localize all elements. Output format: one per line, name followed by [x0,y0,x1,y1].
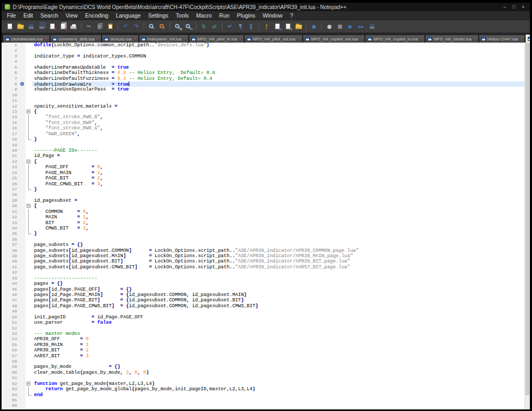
fold-margin[interactable] [26,126,32,131]
code-line-62[interactable]: 62function get_page_by_mode(master,L2,L3… [2,381,525,387]
fold-margin[interactable] [26,292,32,298]
code-line-48[interactable]: 48pages[id_Page.PAGE_CMWS_BIT] = {id_pag… [2,303,525,309]
code-line-31[interactable]: 31 COMMON = 0, [2,209,525,215]
bookmark-margin[interactable] [20,326,26,331]
bookmark-margin[interactable] [20,87,26,92]
fold-margin[interactable] [26,364,32,369]
tab-close-icon[interactable]: × [297,37,300,41]
bookmark-margin[interactable] [20,165,26,170]
scrollbar-thumb[interactable] [526,43,529,395]
code-line-5[interactable]: 5shaderLineParamsUpdatable = true [2,65,525,70]
fold-margin[interactable] [26,381,32,387]
bookmark-margin[interactable] [20,203,26,209]
code-line-50[interactable]: 50init_pageID = id_Page.PAGE_OFF [2,315,525,320]
paste-icon[interactable] [105,22,115,31]
fold-margin[interactable] [26,303,32,309]
bookmark-margin[interactable] [20,231,26,236]
code-line-19[interactable]: 19 [2,143,525,148]
save-icon[interactable] [26,22,36,31]
bookmark-margin[interactable] [20,148,26,153]
fold-margin[interactable] [26,176,32,181]
fold-margin[interactable] [26,93,32,98]
fold-margin[interactable] [26,259,32,264]
fold-margin[interactable] [26,159,32,165]
code-line-63[interactable]: 63 return get_page_by_mode_global(pages_… [2,387,525,392]
fold-margin[interactable] [26,237,32,242]
code-line-16[interactable]: 16 "font_stroke_RWR_G", [2,126,525,131]
tab-clickabledata.lua[interactable]: clickabledata.lua× [3,35,50,43]
bookmark-margin[interactable] [20,98,26,103]
tab-apr39-init.lua[interactable]: APR39_init.lua× [525,34,530,43]
bookmark-margin[interactable] [20,242,26,248]
tab-mfd-init-copilot-in.lua[interactable]: MFD_init_copilot_in.lua× [365,35,425,43]
bookmark-margin[interactable] [20,331,26,336]
code-line-45[interactable]: 45pages[id_Page.PAGE_OFF] = {} [2,287,525,292]
zoom-in-icon[interactable]: + [173,22,182,31]
code-line-55[interactable]: 55APR39_MAIN = 1 [2,342,525,348]
bookmark-margin[interactable] [20,54,26,59]
fold-margin[interactable] [26,192,32,198]
fold-margin[interactable] [26,281,32,286]
function-list-icon[interactable]: ƒ [262,22,271,31]
tab-close-icon[interactable]: × [44,37,47,41]
tab-close-icon[interactable]: × [520,37,523,41]
fold-margin[interactable] [26,143,32,148]
code-line-42[interactable]: 42 [2,270,525,275]
fold-collapse-icon[interactable] [27,160,30,163]
tab-command-defs.lua[interactable]: command_defs.lua× [50,35,102,43]
bookmark-margin[interactable] [20,220,26,226]
bookmark-margin[interactable] [20,209,26,215]
menu-plugins[interactable]: Plugins [233,12,259,19]
copy-icon[interactable] [95,22,104,31]
stop-macro-icon[interactable]: ■ [335,22,345,31]
new-file-icon[interactable] [5,22,14,31]
document-map-icon[interactable]: ≡ [272,22,282,31]
redo-icon[interactable]: ↷ [131,22,141,31]
vertical-scrollbar[interactable] [525,43,530,409]
bookmark-margin[interactable] [20,120,26,126]
code-line-29[interactable]: 29id_pagesubset = [2,198,525,203]
tab-close-icon[interactable]: × [239,37,242,41]
code-line-44[interactable]: 44pages = {} [2,281,525,286]
bookmark-margin[interactable] [20,170,26,176]
fold-margin[interactable] [26,48,32,53]
code-line-32[interactable]: 32 MAIN = 1, [2,215,525,220]
code-line-35[interactable]: 35} [2,231,525,236]
fold-margin[interactable] [26,170,32,176]
code-line-65[interactable]: 65 [2,398,525,403]
text-editor[interactable]: 1dofile(LockOn_Options.common_script_pat… [2,43,525,409]
menu-encoding[interactable]: Encoding [81,12,112,19]
bookmark-margin[interactable] [20,253,26,259]
menu-macro[interactable]: Macro [193,12,215,19]
bookmark-margin[interactable] [20,109,26,114]
zoom-out-icon[interactable]: − [184,22,193,31]
menu-file[interactable]: File [3,12,20,19]
code-line-22[interactable]: 22{ [2,159,525,165]
bookmark-margin[interactable] [20,198,26,203]
code-line-8[interactable]: 8shaderLineDrawAsWire = true [2,81,525,87]
bookmark-margin[interactable] [20,354,26,359]
tab-mfd-init-pilot-out.lua[interactable]: MFD_init_pilot_out.lua× [244,35,302,43]
fold-margin[interactable] [26,220,32,226]
open-file-icon[interactable] [15,22,25,31]
fold-margin[interactable] [26,359,32,364]
code-line-54[interactable]: 54APR39_OFF = 0 [2,336,525,342]
fold-margin[interactable] [26,215,32,220]
fold-margin[interactable] [26,81,32,87]
bookmark-margin[interactable] [20,315,26,320]
code-line-33[interactable]: 33 BIT = 2, [2,220,525,226]
bookmark-margin[interactable] [20,281,26,286]
code-line-46[interactable]: 46pages[id_Page.PAGE_MAIN] = {id_pagesub… [2,292,525,298]
code-line-47[interactable]: 47pages[id_Page.PAGE_BIT] = {id_pagesubs… [2,298,525,303]
fold-margin[interactable] [26,153,32,159]
bookmark-margin[interactable] [20,276,26,281]
fold-margin[interactable] [26,120,32,126]
code-line-18[interactable]: 18} [2,137,525,142]
bookmark-margin[interactable] [20,104,26,109]
tab-close-icon[interactable]: × [133,37,136,41]
fold-margin[interactable] [26,403,32,408]
bookmark-margin[interactable] [20,303,26,309]
fold-margin[interactable] [26,276,32,281]
sync-vertical-icon[interactable]: ⇅ [199,22,209,31]
bookmark-margin[interactable] [20,287,26,292]
